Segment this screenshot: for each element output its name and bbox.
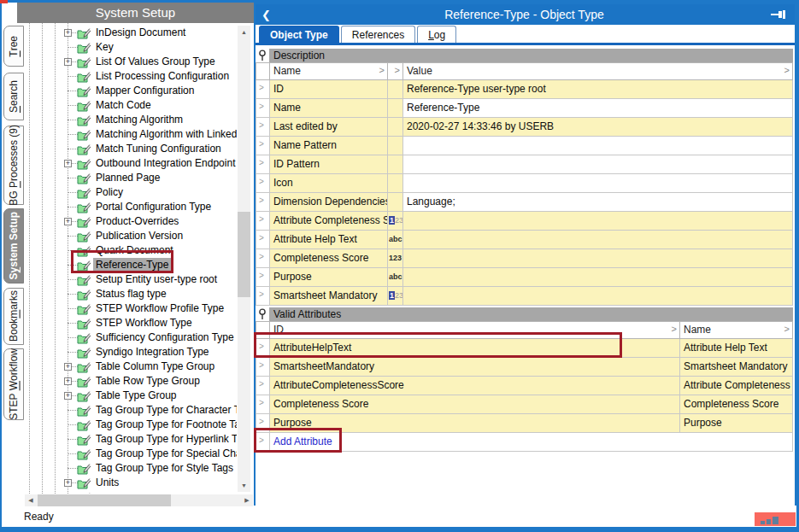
tree-item-quark-document[interactable]: Quark Document [25,243,237,258]
attribute-value-cell[interactable] [403,137,793,155]
attribute-value-cell[interactable] [403,268,793,287]
flipper-pin-icon[interactable] [256,307,269,321]
row-expander-icon[interactable]: > [256,137,270,155]
expand-icon[interactable]: + [64,160,72,167]
row-expander-icon[interactable]: > [256,231,270,249]
attribute-value-cell[interactable]: Language; [403,193,793,212]
tree-item-table-row-type-group[interactable]: +Table Row Type Group [25,374,237,389]
row-expander-icon[interactable]: > [256,395,270,414]
attribute-value-cell[interactable] [403,155,793,174]
back-icon[interactable]: ❮ [256,9,278,21]
tree-item-units[interactable]: +Units [25,476,237,490]
description-type-column-header[interactable]: > [388,63,403,80]
row-expander-icon[interactable]: > [256,358,270,377]
table-row[interactable]: >Purposeabc [256,268,793,287]
tree-horizontal-scrollbar[interactable]: ◀ ▶ [25,494,253,506]
tree-item-sufficiency-configuration-type[interactable]: Sufficiency Configuration Type [25,330,237,345]
row-expander-icon[interactable]: > [256,118,270,137]
table-row[interactable]: >AttributeHelpTextAttribute Help Text [256,339,793,358]
expand-icon[interactable]: + [64,58,72,66]
attribute-value-cell[interactable] [403,231,793,249]
row-expander-icon[interactable]: > [256,339,270,358]
tab-object-type[interactable]: Object Type [259,26,339,43]
attribute-value-cell[interactable] [403,249,793,268]
table-row[interactable]: >Completeness ScoreCompleteness Score [256,395,793,414]
horizontal-scroll-thumb[interactable] [38,494,171,506]
tree-item-matching-algorithm-with-linked-mat[interactable]: Matching Algorithm with Linked Mat [25,127,237,142]
table-row[interactable]: >IDReference-Type user-type root [256,80,793,99]
table-row[interactable]: >Last edited by2020-02-27 14:33:46 by US… [256,118,793,137]
tree-item-syndigo-integration-type[interactable]: Syndigo Integration Type [25,345,237,360]
tree-item-tag-group-type-for-character-tags[interactable]: Tag Group Type for Character Tags [25,403,237,418]
attributes-id-column-header[interactable]: ID > [270,322,680,339]
tree-item-outbound-integration-endpoint-typ[interactable]: +Outbound Integration Endpoint Typ [25,156,237,171]
expand-icon[interactable]: + [64,479,72,487]
tree-item[interactable] [25,490,237,494]
attribute-value-cell[interactable] [403,174,793,193]
table-row[interactable]: >Attribute Completeness Score123 [256,212,793,231]
table-row[interactable]: >NameReference-Type [256,99,793,118]
tree-item-portal-configuration-type[interactable]: Portal Configuration Type [25,200,237,214]
tree-item-table-type-group[interactable]: +Table Type Group [25,389,237,403]
expand-icon[interactable]: + [64,377,72,385]
row-expander-icon[interactable]: > [256,414,270,433]
tree-item-publication-version[interactable]: Publication Version [25,229,237,243]
attribute-value-cell[interactable] [403,287,793,306]
table-row[interactable]: >AttributeCompletenessScoreAttribute Com… [256,377,793,395]
row-expander-icon[interactable]: > [256,174,270,193]
vertical-scroll-thumb[interactable] [238,212,250,297]
row-expander-icon[interactable]: > [256,212,270,231]
table-row[interactable]: >Smartsheet Mandatory123 [256,287,793,306]
scroll-left-icon[interactable]: ◀ [25,494,37,506]
pin-icon[interactable] [771,9,788,20]
attribute-value-cell[interactable]: Reference-Type [403,99,793,118]
row-expander-icon[interactable]: > [256,193,270,212]
table-row[interactable]: >Attribute Help Textabc [256,231,793,249]
tree-item-tag-group-type-for-footnote-tags[interactable]: Tag Group Type for Footnote Tags [25,418,237,432]
tree-item-setup-entity-user-type-root[interactable]: Setup Entity user-type root [25,272,237,287]
row-expander-icon[interactable]: > [256,155,270,174]
sidebar-tab-system-setup[interactable]: System Setup [3,208,24,284]
tree-item-tag-group-type-for-special-charac[interactable]: Tag Group Type for Special Charac [25,447,237,461]
row-expander-icon[interactable]: > [256,377,270,395]
row-expander-icon[interactable]: > [256,433,270,452]
table-row[interactable]: >Name Pattern [256,137,793,155]
scroll-up-icon[interactable]: ▲ [238,26,250,38]
scroll-right-icon[interactable]: ▶ [241,494,253,506]
sidebar-tab-bookmarks[interactable]: Bookmarks [3,288,24,345]
tree-item-indesign-document[interactable]: +InDesign Document [25,26,237,40]
scroll-down-icon[interactable]: ▼ [238,479,250,492]
expand-icon[interactable]: + [64,363,72,371]
row-expander-icon[interactable]: > [256,268,270,287]
tree-item-key[interactable]: Key [25,40,237,55]
tree-item-table-column-type-group[interactable]: +Table Column Type Group [25,360,237,374]
tree-item-policy[interactable]: Policy [25,185,237,200]
table-row[interactable]: >SmartsheetMandatorySmartsheet Mandatory [256,358,793,377]
tree-item-product-overrides[interactable]: +Product-Overrides [25,214,237,229]
table-row[interactable]: >ID Pattern [256,155,793,174]
tree-item-mapper-configuration[interactable]: Mapper Configuration [25,84,237,98]
sidebar-tab-tree[interactable]: Tree [3,26,24,67]
tree-item-list-processing-configuration[interactable]: List Processing Configuration [25,69,237,84]
sidebar-tab-search[interactable]: Search [3,73,24,120]
row-expander-icon[interactable]: > [256,287,270,306]
tree-item-step-workflow-profile-type[interactable]: STEP Workflow Profile Type [25,301,237,316]
table-row[interactable]: >Dimension DependenciesLanguage; [256,193,793,212]
expand-icon[interactable]: + [64,392,72,400]
table-row[interactable]: >Completeness Score123 [256,249,793,268]
add-attribute-link[interactable]: Add Attribute [273,436,332,447]
tab-references[interactable]: References [341,26,415,43]
tree-item-match-tuning-configuration[interactable]: Match Tuning Configuration [25,142,237,156]
description-value-column-header[interactable]: Value > [403,63,793,80]
tree-item-list-of-values-group-type[interactable]: +List Of Values Group Type [25,55,237,69]
tree-item-step-workflow-type[interactable]: STEP Workflow Type [25,316,237,330]
tab-log[interactable]: Log [417,26,456,43]
tree-vertical-scrollbar[interactable]: ▲ ▼ [238,26,250,492]
tree-item-reference-type[interactable]: Reference-Type [25,258,237,272]
sidebar-tab-bg-processes-9-[interactable]: BG Processes (9) [3,126,24,205]
tree-item-tag-group-type-for-hyperlink-tags[interactable]: Tag Group Type for Hyperlink Tags [25,432,237,447]
table-row[interactable]: >Icon [256,174,793,193]
sidebar-tab-step-workflow[interactable]: STEP Workflow [3,348,24,420]
tree-item-tag-group-type-for-style-tags[interactable]: Tag Group Type for Style Tags [25,461,237,476]
row-expander-icon[interactable]: > [256,249,270,268]
